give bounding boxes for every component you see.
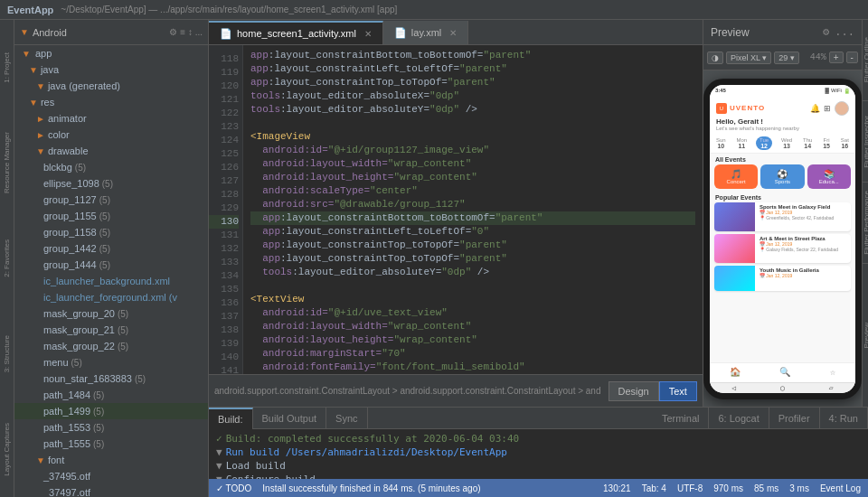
tree-item-group1158[interactable]: group_1158 (5) [14, 224, 208, 240]
tree-item-res[interactable]: ▼ res [14, 94, 208, 110]
home-nav-icon[interactable]: 🏠 [730, 367, 741, 378]
top-bar: EventApp ~/Desktop/EventApp] — .../app/s… [0, 0, 868, 20]
tree-item-mask20[interactable]: mask_group_20 (5) [14, 305, 208, 322]
code-editor: 📄 home_screen1_activity.xml ✕ 📄 lay.xml … [209, 20, 703, 407]
education-btn[interactable]: 📚 Educa... [807, 164, 851, 189]
preview-panel: Preview ⚙ ... ◑ Pixel XL ▾ 29 ▾ 44% + - [703, 20, 862, 407]
device-selector[interactable]: ◑ [707, 52, 723, 64]
tree-item-font[interactable]: ▼ font [14, 452, 208, 468]
tree-item-animator[interactable]: ► animator [14, 110, 208, 127]
bottom-tab-bar: Build: Build Output Sync Terminal 6: Log… [209, 408, 868, 429]
panel-label-structure[interactable]: 3: Structure [0, 306, 14, 402]
profiler-tab[interactable]: Profiler [769, 408, 820, 429]
tree-item-group1442[interactable]: group_1442 (5) [14, 240, 208, 257]
tab-close-icon[interactable]: ✕ [364, 29, 372, 39]
tab-lay-close-icon[interactable]: ✕ [449, 28, 457, 38]
tree-item-blckbg[interactable]: blckbg (5) [14, 159, 208, 175]
tree-item-java[interactable]: ▼ java [14, 61, 208, 78]
tree-item-noun-star[interactable]: noun_star_1683883 (5) [14, 370, 208, 387]
subtitle-text: Let's see what's happening nearby [716, 126, 849, 131]
build-output-area: ✓ Build: completed successfully at 2020-… [209, 429, 868, 479]
project-tree: ▼ app ▼ java ▼ java (generated) ▼ res ► … [14, 45, 208, 497]
phone-mockup: 3:45 ▓ WiFi 🔋 [703, 79, 862, 399]
zoom-in-btn[interactable]: + [829, 52, 844, 63]
project-sidebar: ▼ Android ⚙ ≡ ↕ ... ▼ app ▼ java ▼ java … [14, 20, 209, 497]
build-line-3: ▼Load build [216, 459, 861, 473]
star-nav-icon[interactable]: ☆ [830, 367, 835, 378]
app-title: EventApp [7, 5, 53, 15]
concert-btn[interactable]: 🎵 Concert [714, 164, 758, 189]
tree-item-app[interactable]: ▼ app [14, 45, 208, 61]
calendar-strip: Sun10 Mon11 Tue12 Wed13 Thu14 Fri15 Sat1… [710, 134, 855, 154]
build-output-tab[interactable]: Build Output [253, 408, 327, 429]
status-bar: ✓ TODO Install successfully finished in … [209, 479, 868, 497]
right-panel-tabs: Flutter Outline Flutter Inspector Flutte… [862, 20, 868, 407]
tree-item-ic-fg[interactable]: ic_launcher_foreground.xml (v [14, 289, 208, 305]
tree-item-group1127[interactable]: group_1127 (5) [14, 192, 208, 208]
tree-item-path1553[interactable]: path_1553 (5) [14, 419, 208, 436]
android-label: Android [33, 27, 67, 38]
tree-item-37497[interactable]: _37497.otf [14, 484, 208, 497]
tree-item-ic-bg[interactable]: ic_launcher_background.xml [14, 273, 208, 289]
preview-header: Preview ⚙ ... [703, 20, 862, 45]
pixel-device-btn[interactable]: Pixel XL ▾ [726, 52, 771, 64]
terminal-tab[interactable]: Terminal [653, 408, 710, 429]
tree-item-path1555[interactable]: path_1555 (5) [14, 436, 208, 452]
flutter-performance-tab[interactable]: Flutter Performance [863, 183, 868, 264]
build-line-2: ▼ Run build /Users/ahmadrializdi/Desktop… [216, 445, 861, 459]
api-selector[interactable]: 29 ▾ [774, 52, 799, 64]
tree-item-path1499[interactable]: path_1499 (5) [14, 403, 208, 419]
tree-item-color[interactable]: ► color [14, 127, 208, 143]
preview-menu-icon[interactable]: ... [835, 26, 854, 39]
bell-icon: 🔔 [810, 104, 820, 113]
flutter-outline-tab[interactable]: Flutter Outline [863, 20, 868, 101]
preview-tab-right[interactable]: Preview [863, 264, 868, 407]
tree-item-path1484[interactable]: path_1484 (5) [14, 387, 208, 403]
grid-icon: ⊞ [824, 104, 831, 113]
search-nav-icon[interactable]: 🔍 [779, 367, 790, 378]
event-card-1: Sports Meet in Galaxy Field 📅 Jan 12, 20… [714, 202, 851, 231]
battery-icon: 🔋 [844, 88, 850, 94]
sports-btn[interactable]: ⚽ Sports [760, 164, 804, 189]
event-log[interactable]: Event Log [820, 483, 861, 493]
timing-3: 3 ms [789, 483, 809, 493]
tree-item-group1155[interactable]: group_1155 (5) [14, 208, 208, 224]
run-tab[interactable]: 4: Run [820, 408, 868, 429]
code-lines[interactable]: app:layout_constraintBottom_toBottomOf="… [243, 45, 703, 374]
tree-item-drawable[interactable]: ▼ drawable [14, 143, 208, 159]
logcat-tab[interactable]: 6: Logcat [709, 408, 769, 429]
panel-label-favorites[interactable]: 2: Favorites [0, 211, 14, 306]
phone-app-content: U UVENTO 🔔 ⊞ Hello, Gerait ! [710, 97, 855, 362]
panel-label-project[interactable]: 1: Project [0, 20, 14, 116]
breadcrumb: ~/Desktop/EventApp] — .../app/src/main/r… [61, 5, 397, 14]
settings-icon[interactable]: ⚙ [823, 25, 829, 39]
design-tab[interactable]: Design [609, 381, 659, 401]
event-card-2: Art & Meet in Street Plaza 📅 Jan 12, 201… [714, 234, 851, 263]
tree-item-group1444[interactable]: group_1444 (5) [14, 257, 208, 273]
popular-events-label: Popular Events [710, 192, 855, 202]
panel-label-captures[interactable]: Layout Captures [0, 401, 14, 497]
timing-1: 970 ms [713, 483, 743, 493]
tree-item-menu[interactable]: menu (5) [14, 354, 208, 370]
flutter-inspector-tab[interactable]: Flutter Inspector [863, 101, 868, 183]
code-container: 118119120121122 123124125126127 12812913… [209, 45, 703, 374]
build-tab[interactable]: Build: [209, 408, 253, 429]
text-tab[interactable]: Text [659, 381, 697, 401]
tree-item-java-gen[interactable]: ▼ java (generated) [14, 78, 208, 94]
tree-item-mask21[interactable]: mask_group_21 (5) [14, 322, 208, 338]
tree-item-ellipse[interactable]: ellipse_1098 (5) [14, 175, 208, 192]
tab-home-screen[interactable]: 📄 home_screen1_activity.xml ✕ [209, 21, 383, 44]
tree-item-37495[interactable]: _37495.otf [14, 468, 208, 484]
tree-item-mask22[interactable]: mask_group_22 (5) [14, 338, 208, 354]
install-status: Install successfully finished in 844 ms.… [262, 483, 480, 493]
event-card-3: Youth Music in Galleria 📅 Jan 12, 2019 [714, 266, 851, 291]
panel-label-resource[interactable]: Resource Manager [0, 116, 14, 211]
tab-lay[interactable]: 📄 lay.xml ✕ [383, 21, 468, 44]
tab-label: Tab: 4 [642, 483, 666, 493]
sync-tab[interactable]: Sync [326, 408, 367, 429]
phone-bottom-nav: 🏠 🔍 ☆ [710, 362, 855, 382]
zoom-out-btn[interactable]: - [846, 52, 858, 63]
left-panel-labels: 1: Project Resource Manager 2: Favorites… [0, 20, 14, 497]
todo-label[interactable]: ✓ TODO [216, 483, 251, 493]
app-name-label: UVENTO [730, 104, 765, 112]
